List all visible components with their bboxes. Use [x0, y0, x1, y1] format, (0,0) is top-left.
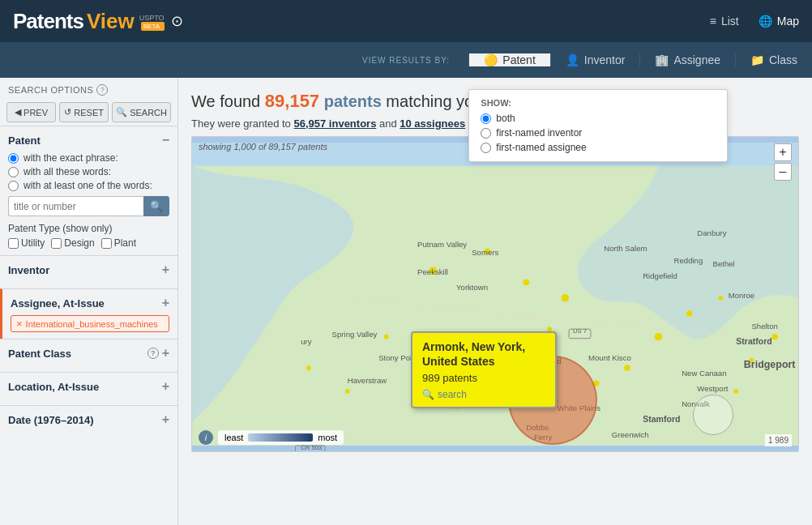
sidebar-section-patent: Patent − with the exact phrase: with all… — [0, 126, 177, 255]
tab-class[interactable]: 📁 Class — [735, 53, 812, 66]
utility-checkbox-label[interactable]: Utility — [8, 237, 45, 249]
list-icon: ≡ — [710, 15, 716, 28]
assignee-tag-text: International_business_machines — [26, 319, 158, 329]
sidebar-section-patent-class: Patent Class ? + — [0, 339, 177, 372]
search-icon: 🔍 — [116, 107, 127, 117]
tabs: 🟡 Patent 👤 Inventor 🏢 Assignee 📁 Class — [468, 53, 812, 66]
legend-gradient — [248, 433, 313, 442]
popup-search-link[interactable]: 🔍 search — [422, 389, 545, 400]
tab-inventor[interactable]: 👤 Inventor — [550, 53, 640, 66]
class-tab-icon: 📁 — [750, 53, 764, 66]
show-both-option[interactable]: both — [481, 113, 716, 124]
search-button[interactable]: 🔍 SEARCH — [112, 102, 171, 122]
inventor-section-toggle: + — [162, 262, 169, 277]
show-first-assignee-option[interactable]: first-named assignee — [481, 142, 716, 153]
map-popup[interactable]: Armonk, New York, United States 989 pate… — [411, 331, 557, 408]
location-section-header[interactable]: Location, At-Issue + — [8, 379, 169, 394]
patent-type-label: Patent Type (show only) — [8, 223, 169, 234]
svg-point-9 — [655, 333, 663, 341]
plant-checkbox-label[interactable]: Plant — [101, 237, 136, 249]
list-nav-item[interactable]: ≡ List — [710, 15, 739, 28]
svg-point-11 — [718, 296, 723, 301]
map-icon: 🌐 — [759, 15, 772, 28]
all-words-option[interactable]: with all these words: — [8, 166, 169, 177]
show-both-radio[interactable] — [481, 113, 491, 124]
popup-search-text: search — [438, 389, 467, 400]
svg-text:Ridgefield: Ridgefield — [643, 271, 677, 280]
assignee-section-header[interactable]: Assignee, At-Issue + — [11, 296, 169, 310]
svg-point-12 — [384, 335, 389, 339]
exact-phrase-option[interactable]: with the exact phrase: — [8, 152, 169, 164]
legend-least-label: least — [224, 433, 243, 442]
svg-text:Greenwich: Greenwich — [612, 430, 649, 439]
atleast-label: with at least one of the words: — [24, 180, 152, 191]
tab-class-label: Class — [769, 53, 797, 66]
atleast-option[interactable]: with at least one of the words: — [8, 180, 169, 191]
svg-text:Bethel: Bethel — [713, 259, 735, 268]
svg-point-16 — [547, 327, 552, 331]
svg-text:Redding: Redding — [674, 255, 703, 264]
patent-section-header[interactable]: Patent − — [8, 133, 169, 147]
design-checkbox[interactable] — [51, 238, 62, 249]
show-first-inventor-option[interactable]: first-named inventor — [481, 127, 716, 139]
assignee-tag[interactable]: × International_business_machines — [11, 315, 169, 332]
exact-phrase-radio[interactable] — [8, 153, 19, 164]
svg-text:Peekskill: Peekskill — [417, 267, 448, 276]
date-section-header[interactable]: Date (1976–2014) + — [8, 412, 169, 427]
tab-assignee[interactable]: 🏢 Assignee — [639, 53, 735, 66]
svg-text:Mount Kisco: Mount Kisco — [588, 352, 631, 361]
map-small-circle — [693, 395, 733, 435]
svg-text:Monroe: Monroe — [729, 291, 754, 300]
logo-view: View — [87, 9, 135, 34]
tab-patent[interactable]: 🟡 Patent — [468, 53, 549, 66]
assignees-link[interactable]: 10 assignees — [400, 117, 465, 130]
show-both-label: both — [496, 113, 515, 124]
plant-checkbox[interactable] — [101, 238, 112, 249]
prev-button[interactable]: ◀ PREV — [6, 102, 56, 122]
svg-text:Spring Valley: Spring Valley — [332, 330, 378, 339]
patent-search-submit[interactable]: 🔍 — [143, 196, 169, 216]
all-words-radio[interactable] — [8, 167, 19, 177]
map-nav-item[interactable]: 🌐 Map — [759, 15, 799, 28]
subline-and: and — [376, 117, 400, 130]
zoom-out-button[interactable]: – — [774, 163, 792, 181]
svg-point-22 — [345, 389, 350, 394]
view-results-label: VIEW RESULTS BY: — [362, 56, 450, 65]
patent-tab-icon: 🟡 — [484, 53, 498, 66]
patent-class-section-header[interactable]: Patent Class ? + — [8, 346, 169, 361]
inventors-link[interactable]: 56,957 inventors — [293, 117, 376, 130]
svg-point-21 — [771, 334, 778, 340]
logo-patents: Patents — [13, 9, 83, 34]
show-first-inventor-radio[interactable] — [481, 128, 491, 139]
svg-text:US 7: US 7 — [573, 327, 587, 335]
tabs-container: 🟡 Patent 👤 Inventor 🏢 Assignee 📁 Class S… — [468, 53, 812, 66]
plant-label: Plant — [114, 237, 136, 249]
popup-city-text: Armonk, New York, — [422, 340, 525, 353]
svg-point-10 — [686, 310, 693, 317]
reset-button[interactable]: ↺ RESET — [59, 102, 109, 122]
svg-text:Yorktown: Yorktown — [456, 283, 488, 292]
atleast-radio[interactable] — [8, 181, 19, 191]
svg-point-8 — [624, 365, 630, 371]
svg-text:CR 503: CR 503 — [301, 444, 322, 451]
tab-bar: VIEW RESULTS BY: 🟡 Patent 👤 Inventor 🏢 A… — [0, 42, 812, 78]
map-container[interactable]: showing 1,000 of 89,157 patents — [191, 136, 799, 452]
svg-point-6 — [562, 294, 570, 302]
show-first-assignee-radio[interactable] — [481, 143, 491, 153]
patent-search-input[interactable] — [8, 196, 143, 216]
svg-text:Shelton: Shelton — [751, 322, 778, 331]
search-options-help-icon[interactable]: ? — [96, 84, 108, 96]
utility-checkbox[interactable] — [8, 238, 19, 249]
patent-class-help-icon[interactable]: ? — [147, 348, 159, 359]
all-words-label: with all these words: — [24, 166, 111, 177]
assignee-section-title: Assignee, At-Issue — [11, 297, 105, 309]
sidebar-section-date: Date (1976–2014) + — [0, 405, 177, 438]
inventor-section-header[interactable]: Inventor + — [8, 262, 169, 277]
design-checkbox-label[interactable]: Design — [51, 237, 94, 249]
svg-text:North Salem: North Salem — [604, 244, 647, 253]
assignee-close-icon[interactable]: × — [16, 318, 23, 330]
popup-patent-count: 989 patents — [422, 372, 545, 384]
popup-search-icon: 🔍 — [422, 389, 434, 400]
zoom-in-button[interactable]: + — [774, 143, 792, 161]
info-icon[interactable]: i — [199, 430, 213, 445]
